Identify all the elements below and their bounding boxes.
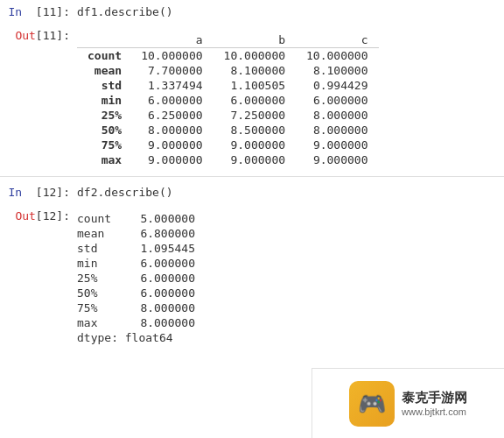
row-value: 10.000000 bbox=[214, 48, 296, 64]
col-header-b: b bbox=[214, 32, 296, 48]
cell-11-table-container: a b c count10.00000010.00000010.000000me… bbox=[77, 27, 504, 169]
table-row: 25%6.2500007.2500008.000000 bbox=[77, 108, 379, 123]
series-value: 5.000000 bbox=[125, 212, 195, 225]
cell-12-in-prompt: In [12]: bbox=[0, 184, 77, 201]
series-row: std1.095445 bbox=[77, 241, 504, 256]
series-row: 25%6.000000 bbox=[77, 271, 504, 286]
cell-divider bbox=[0, 176, 504, 177]
cell-12-code: df2.describe() bbox=[77, 184, 504, 201]
row-value: 6.000000 bbox=[296, 93, 378, 108]
row-value: 8.100000 bbox=[296, 63, 378, 78]
series-row: 50%6.000000 bbox=[77, 286, 504, 300]
table-row: std1.3374941.1005050.994429 bbox=[77, 78, 379, 93]
cell-12-out-prompt: Out[12]: bbox=[0, 208, 77, 346]
series-value: 6.000000 bbox=[125, 286, 195, 300]
row-value: 9.000000 bbox=[214, 138, 296, 152]
cell-12-output: Out[12]: count5.000000mean6.800000std1.0… bbox=[0, 204, 504, 350]
table-row: min6.0000006.0000006.000000 bbox=[77, 93, 379, 108]
series-label: mean bbox=[77, 227, 125, 240]
series-row: min6.000000 bbox=[77, 256, 504, 271]
row-value: 8.000000 bbox=[130, 123, 213, 138]
row-value: 1.337494 bbox=[130, 78, 213, 93]
row-value: 9.000000 bbox=[296, 138, 378, 152]
series-row: 75%8.000000 bbox=[77, 300, 504, 315]
cell-11-output: Out[11]: a b c count10.00000010.00000010… bbox=[0, 24, 504, 173]
series-label: count bbox=[77, 212, 125, 225]
row-value: 6.000000 bbox=[130, 93, 213, 108]
series-row: max8.000000 bbox=[77, 315, 504, 330]
dtype-line: dtype: float64 bbox=[77, 331, 504, 344]
table-row: mean7.7000008.1000008.100000 bbox=[77, 63, 379, 78]
row-label: count bbox=[77, 48, 130, 64]
watermark-text: 泰克手游网 www.bjtkrt.com bbox=[402, 390, 467, 417]
row-value: 8.500000 bbox=[214, 123, 296, 138]
table-row: 75%9.0000009.0000009.000000 bbox=[77, 138, 379, 152]
row-value: 7.250000 bbox=[214, 108, 296, 123]
series-value: 8.000000 bbox=[125, 316, 195, 329]
row-value: 1.100505 bbox=[214, 78, 296, 93]
series-row: mean6.800000 bbox=[77, 226, 504, 241]
row-value: 9.000000 bbox=[296, 152, 378, 167]
series-label: 75% bbox=[77, 301, 125, 314]
table-row: count10.00000010.00000010.000000 bbox=[77, 48, 379, 64]
series-label: 50% bbox=[77, 286, 125, 300]
series-label: max bbox=[77, 316, 125, 329]
series-value: 6.000000 bbox=[125, 257, 195, 270]
row-value: 10.000000 bbox=[130, 48, 213, 64]
row-value: 9.000000 bbox=[130, 152, 213, 167]
row-value: 10.000000 bbox=[296, 48, 378, 64]
series-value: 1.095445 bbox=[125, 242, 195, 255]
row-label: mean bbox=[77, 63, 130, 78]
series-value: 6.800000 bbox=[125, 227, 195, 240]
table-header-row: a b c bbox=[77, 32, 379, 48]
row-label: 25% bbox=[77, 108, 130, 123]
table-row: max9.0000009.0000009.000000 bbox=[77, 152, 379, 167]
row-value: 7.700000 bbox=[130, 63, 213, 78]
row-label: min bbox=[77, 93, 130, 108]
row-value: 9.000000 bbox=[214, 152, 296, 167]
row-label: 75% bbox=[77, 138, 130, 152]
cell-12-series-container: count5.000000mean6.800000std1.095445min6… bbox=[77, 208, 504, 346]
cell-12-input: In [12]: df2.describe() bbox=[0, 180, 504, 204]
row-label: max bbox=[77, 152, 130, 167]
table-row: 50%8.0000008.5000008.000000 bbox=[77, 123, 379, 138]
row-value: 8.000000 bbox=[296, 123, 378, 138]
col-header-c: c bbox=[296, 32, 378, 48]
describe-table-df1: a b c count10.00000010.00000010.000000me… bbox=[77, 32, 379, 167]
row-value: 8.000000 bbox=[296, 108, 378, 123]
series-label: 25% bbox=[77, 272, 125, 285]
row-label: 50% bbox=[77, 123, 130, 138]
watermark: 🎮 泰克手游网 www.bjtkrt.com bbox=[312, 368, 504, 438]
series-value: 6.000000 bbox=[125, 272, 195, 285]
row-label: std bbox=[77, 78, 130, 93]
series-output-df2: count5.000000mean6.800000std1.095445min6… bbox=[77, 211, 504, 330]
row-value: 6.000000 bbox=[214, 93, 296, 108]
cell-11-code: df1.describe() bbox=[77, 4, 504, 20]
row-value: 6.250000 bbox=[130, 108, 213, 123]
watermark-icon: 🎮 bbox=[349, 381, 395, 427]
col-header-a: a bbox=[130, 32, 213, 48]
row-value: 8.100000 bbox=[214, 63, 296, 78]
cell-11-out-prompt: Out[11]: bbox=[0, 27, 77, 169]
row-value: 9.000000 bbox=[130, 138, 213, 152]
series-label: min bbox=[77, 257, 125, 270]
row-value: 0.994429 bbox=[296, 78, 378, 93]
series-row: count5.000000 bbox=[77, 211, 504, 226]
cell-11-in-prompt: In [11]: bbox=[0, 4, 77, 20]
cell-11-input: In [11]: df1.describe() bbox=[0, 0, 504, 24]
series-label: std bbox=[77, 242, 125, 255]
series-value: 8.000000 bbox=[125, 301, 195, 314]
col-header-empty bbox=[77, 32, 130, 48]
